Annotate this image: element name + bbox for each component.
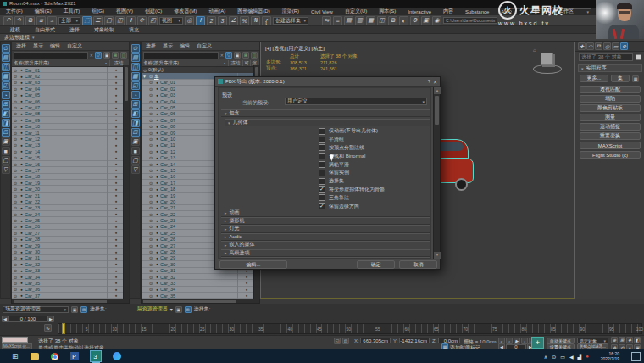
tray-network-icon[interactable]: ▟ [578,354,582,360]
freeze-dot-icon[interactable]: ● [107,280,125,286]
freeze-dot-icon[interactable]: ● [107,104,125,110]
more-utilities-button[interactable]: 更多... [580,75,608,82]
configure-button-sets-icon[interactable]: ▦ [632,75,639,82]
eye-icon[interactable]: ⊙ [147,218,154,223]
maxscript-mini-listener[interactable]: MAXScript 侦... [2,343,32,349]
lock-explorer-icon[interactable]: ▣ [234,52,241,59]
eye-icon[interactable]: ⊙ [147,293,154,299]
zoom-icon[interactable]: ⊕ [611,337,618,343]
freeze-dot-icon[interactable]: ● [107,186,125,192]
table-row[interactable]: ⊙ ● Car_27 ● [12,230,125,236]
freeze-dot-icon[interactable]: ● [107,261,125,267]
explorer-menu-item[interactable]: 编辑 [50,42,60,50]
checkbox[interactable] [319,153,325,159]
select-and-scale-icon[interactable]: ◰ [148,16,158,25]
table-row[interactable]: ⊙ ● Car_03 ● [12,80,125,86]
display-lights-icon[interactable]: ◔ [2,91,10,99]
display-children-icon[interactable]: ◫ [2,63,10,71]
eye-icon[interactable]: ⊙ [147,124,154,129]
tab-display[interactable]: ▭ [612,42,619,50]
eye-icon[interactable]: ⊙ [12,224,19,229]
eye-icon[interactable]: ⊙ [147,224,154,229]
eye-icon[interactable]: ⊙ [147,118,154,123]
polygon-modeling-panel[interactable]: 多边形建模 [4,34,30,42]
object-name[interactable]: Car_17 [25,168,107,173]
eye-icon[interactable]: ⊙ [12,74,19,79]
menu-item[interactable]: 视图(V) [110,8,139,15]
display-shapes-icon[interactable]: ◰ [2,81,10,90]
freeze-dot-icon[interactable]: ● [107,255,125,261]
spinner-left-icon[interactable]: ◀ [2,316,8,322]
curve-editor-icon[interactable]: ◫ [377,16,386,25]
eye-icon[interactable]: ⊙ [142,68,148,73]
dialog-titlebar[interactable]: FBX 导出 (版本: 2020.0.1) ? ✕ [215,77,440,87]
freeze-dot-icon[interactable]: ● [107,205,125,211]
freeze-dot-icon[interactable]: ● [107,148,125,154]
menu-item[interactable]: 脚本(S) [373,8,402,15]
eye-icon[interactable]: ⊙ [12,174,19,179]
explorer-search-input[interactable] [143,52,219,59]
clear-search-icon[interactable]: ✕ [90,53,93,58]
scroll-up-icon[interactable]: ▲ [434,87,441,94]
eye-icon[interactable]: ⊙ [147,99,154,104]
pick-parent-icon[interactable]: ▢ [131,156,140,165]
z-coordinate-field[interactable]: 0.0cm [438,338,460,343]
object-name[interactable]: Car_27 [25,231,107,236]
table-row[interactable]: ⊙ ● Car_13 ● [12,142,125,148]
table-row[interactable]: ⊙ ● Car_26 ● [12,224,125,230]
fbx-checkbox-row[interactable]: 保留实例 [319,169,429,177]
eye-icon[interactable]: ⊙ [147,275,154,280]
filter-funnel-icon[interactable]: ▽ [95,52,102,59]
object-name[interactable]: Car_35 [25,281,107,286]
object-name[interactable]: Car_18 [25,174,107,179]
explorer-menu-item[interactable]: 显示 [163,42,173,50]
eye-icon[interactable]: ⊙ [12,105,19,110]
presets-section-label[interactable]: 预设 [222,92,232,99]
object-name[interactable]: Car_08 [25,111,107,116]
eye-icon[interactable]: ⊙ [12,199,19,204]
freeze-dot-icon[interactable]: ● [107,86,125,92]
eye-icon[interactable]: ⊙ [12,111,19,116]
eye-icon[interactable]: ⊙ [147,80,154,85]
cancel-button[interactable]: 取消 [399,260,437,269]
project-path-field[interactable]: C:\Users\dave\Documents [443,17,497,24]
close-icon[interactable]: ✕ [433,79,437,85]
rendered-frame-icon[interactable]: ▣ [421,16,430,25]
eye-icon[interactable]: ⊙ [147,137,154,142]
checkbox[interactable] [319,144,325,151]
table-row[interactable]: ⊙ ● Car_06 ● [12,98,125,104]
eye-icon[interactable]: ⊙ [147,255,154,260]
table-row[interactable]: ⊙ ● Car_17 ● [12,167,125,173]
object-name[interactable]: Car_01 [25,68,107,73]
object-name[interactable]: Car_14 [25,149,107,154]
dialog-scrollbar[interactable]: ▲ ▼ [433,87,440,259]
clear-search-icon[interactable]: ✕ [220,53,224,58]
key-filters-button[interactable]: 关键点过滤器... [577,343,608,349]
render-setup-icon[interactable]: ⚙ [410,16,419,25]
utilities-rollout-header[interactable]: ▾实用程序 [578,64,642,72]
object-name[interactable]: Car_05 [25,92,107,98]
percent-snap-icon[interactable]: % [240,16,249,25]
tab-modify[interactable]: ◠ [586,42,594,50]
eye-icon[interactable]: ⊙ [12,162,19,167]
utility-button[interactable]: 塌陷 [580,95,641,103]
workspace-dropdown[interactable]: 工作区▾ [556,8,591,14]
object-name[interactable]: Car_25 [25,218,107,223]
explorer-column-header[interactable]: 名称(按升序排序) ▲ 冻结 可 渲 [142,59,259,67]
mirror-icon[interactable]: ⇋ [322,16,331,25]
fbx-section-embed-media[interactable]: ▸嵌入的媒体 [221,241,430,249]
spinner-snap-icon[interactable]: ⇅ [251,16,260,25]
clock[interactable]: 16:20 2022/7/19 [601,351,619,361]
selected-filter-dropdown[interactable]: 选定对象▾ [577,338,608,343]
viewcube-cube[interactable] [541,53,553,65]
freeze-dot-icon[interactable]: ● [107,217,125,223]
freeze-dot-icon[interactable]: ● [107,230,125,236]
tray-volume-icon[interactable]: ◀ [569,354,574,360]
eye-icon[interactable]: ⊙ [12,131,19,136]
freeze-dot-icon[interactable]: ● [107,124,125,130]
eye-icon[interactable]: ⊙ [12,255,19,260]
selection-lock-icon[interactable]: ⊡ [342,338,349,344]
tray-mic-icon[interactable]: ⊙ [552,354,556,360]
tab-hierarchy[interactable]: ⧉ [595,42,602,50]
explorer-menu-item[interactable]: 自定义 [67,42,82,50]
